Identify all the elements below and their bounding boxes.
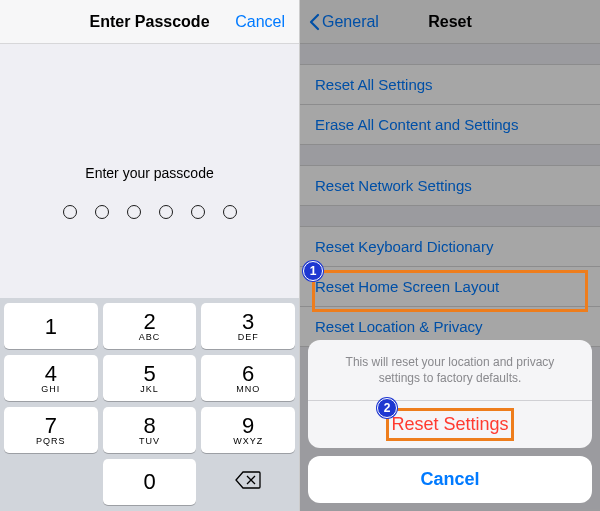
key-4[interactable]: 4GHI xyxy=(4,355,98,401)
passcode-dot xyxy=(63,205,77,219)
nav-title: Enter Passcode xyxy=(89,13,209,31)
passcode-dot xyxy=(159,205,173,219)
key-2[interactable]: 2ABC xyxy=(103,303,197,349)
annotation-callout-1: 1 xyxy=(303,261,323,281)
passcode-prompt: Enter your passcode xyxy=(85,165,213,181)
key-delete[interactable] xyxy=(201,459,295,505)
key-8[interactable]: 8TUV xyxy=(103,407,197,453)
key-1[interactable]: 1 xyxy=(4,303,98,349)
passcode-area: Enter your passcode xyxy=(0,44,299,340)
key-5[interactable]: 5JKL xyxy=(103,355,197,401)
key-6[interactable]: 6MNO xyxy=(201,355,295,401)
passcode-pane: Enter Passcode Cancel Enter your passcod… xyxy=(0,0,300,511)
passcode-dot xyxy=(127,205,141,219)
key-7[interactable]: 7PQRS xyxy=(4,407,98,453)
reset-settings-button[interactable]: Reset Settings 2 xyxy=(308,401,592,448)
cancel-button[interactable]: Cancel xyxy=(235,0,285,44)
annotation-callout-2: 2 xyxy=(377,398,397,418)
action-sheet: This will reset your location and privac… xyxy=(308,340,592,503)
key-blank xyxy=(4,459,98,505)
action-sheet-cancel-button[interactable]: Cancel xyxy=(308,456,592,503)
action-sheet-card: This will reset your location and privac… xyxy=(308,340,592,448)
passcode-dot xyxy=(223,205,237,219)
keypad: 1 2ABC 3DEF 4GHI 5JKL 6MNO 7PQRS 8TUV 9W… xyxy=(0,298,299,511)
backspace-icon xyxy=(235,471,261,493)
reset-pane: General Reset Reset All Settings Erase A… xyxy=(300,0,600,511)
passcode-dot xyxy=(95,205,109,219)
nav-bar: Enter Passcode Cancel xyxy=(0,0,299,44)
passcode-dot xyxy=(191,205,205,219)
key-0[interactable]: 0 xyxy=(103,459,197,505)
action-sheet-message: This will reset your location and privac… xyxy=(308,340,592,400)
passcode-dots xyxy=(63,205,237,219)
key-9[interactable]: 9WXYZ xyxy=(201,407,295,453)
reset-settings-label: Reset Settings xyxy=(391,414,508,434)
key-3[interactable]: 3DEF xyxy=(201,303,295,349)
